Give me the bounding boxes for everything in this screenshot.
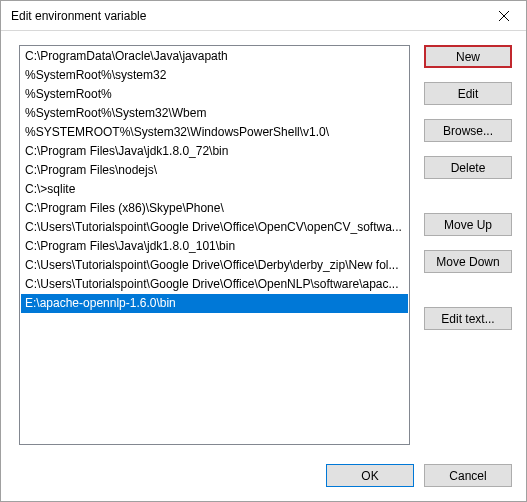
list-item[interactable]: %SystemRoot%\system32 xyxy=(21,66,408,85)
side-button-panel: New Edit Browse... Delete Move Up Move D… xyxy=(424,45,512,452)
list-item[interactable]: C:\ProgramData\Oracle\Java\javapath xyxy=(21,47,408,66)
list-item[interactable]: C:\Program Files (x86)\Skype\Phone\ xyxy=(21,199,408,218)
cancel-button[interactable]: Cancel xyxy=(424,464,512,487)
window-title: Edit environment variable xyxy=(11,9,481,23)
list-item[interactable]: C:\Users\Tutorialspoint\Google Drive\Off… xyxy=(21,275,408,294)
list-item[interactable]: %SYSTEMROOT%\System32\WindowsPowerShell\… xyxy=(21,123,408,142)
list-item[interactable]: C:\Program Files\nodejs\ xyxy=(21,161,408,180)
path-listbox[interactable]: C:\ProgramData\Oracle\Java\javapath%Syst… xyxy=(19,45,410,445)
dialog-content: C:\ProgramData\Oracle\Java\javapath%Syst… xyxy=(1,31,526,452)
ok-button[interactable]: OK xyxy=(326,464,414,487)
title-bar: Edit environment variable xyxy=(1,1,526,31)
list-item[interactable]: C:\Users\Tutorialspoint\Google Drive\Off… xyxy=(21,256,408,275)
browse-button[interactable]: Browse... xyxy=(424,119,512,142)
move-down-button[interactable]: Move Down xyxy=(424,250,512,273)
list-item[interactable]: %SystemRoot%\System32\Wbem xyxy=(21,104,408,123)
list-item[interactable]: C:\Users\Tutorialspoint\Google Drive\Off… xyxy=(21,218,408,237)
close-icon xyxy=(499,11,509,21)
delete-button[interactable]: Delete xyxy=(424,156,512,179)
list-item[interactable]: E:\apache-opennlp-1.6.0\bin xyxy=(21,294,408,313)
dialog-footer: OK Cancel xyxy=(1,452,526,501)
close-button[interactable] xyxy=(481,1,526,30)
list-item[interactable]: C:\Program Files\Java\jdk1.8.0_72\bin xyxy=(21,142,408,161)
new-button[interactable]: New xyxy=(424,45,512,68)
move-up-button[interactable]: Move Up xyxy=(424,213,512,236)
edit-text-button[interactable]: Edit text... xyxy=(424,307,512,330)
list-item[interactable]: C:\Program Files\Java\jdk1.8.0_101\bin xyxy=(21,237,408,256)
edit-button[interactable]: Edit xyxy=(424,82,512,105)
dialog-window: Edit environment variable C:\ProgramData… xyxy=(0,0,527,502)
list-item[interactable]: %SystemRoot% xyxy=(21,85,408,104)
list-item[interactable]: C:\>sqlite xyxy=(21,180,408,199)
